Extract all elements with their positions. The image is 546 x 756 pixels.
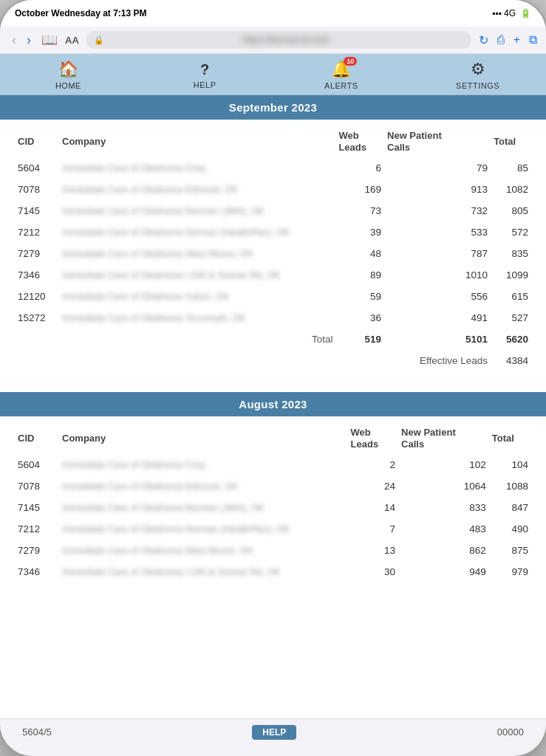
tabs-button[interactable]: ⧉ xyxy=(529,33,537,47)
table-row: 7212 Immediate Care of Oklahoma Norman (… xyxy=(15,221,531,243)
aug-col-header-cid: CID xyxy=(15,421,59,454)
bottom-bar: 5604/5 HELP 00000 xyxy=(0,718,546,745)
web-leads-cell: 169 xyxy=(335,179,384,200)
nav-alerts[interactable]: 🔔 10 ALERTS xyxy=(312,60,371,90)
total-row: Total 519 5101 5620 xyxy=(15,329,531,350)
new-patient-cell: 79 xyxy=(384,157,491,179)
table-row: 7212 Immediate Care of Oklahoma Norman (… xyxy=(15,518,531,540)
help-button[interactable]: HELP xyxy=(252,725,296,740)
text-size-label[interactable]: AA xyxy=(65,35,79,46)
nav-home[interactable]: 🏠 HOME xyxy=(38,60,98,90)
eff-empty2 xyxy=(59,350,335,371)
eff-value: 4384 xyxy=(491,350,531,371)
new-patient-cell: 787 xyxy=(384,243,491,264)
new-patient-cell: 483 xyxy=(398,518,489,540)
url-bar[interactable]: 🔒 https://blurred-url.com xyxy=(86,31,471,49)
web-leads-cell: 24 xyxy=(348,475,398,497)
new-patient-cell: 533 xyxy=(384,221,491,243)
company-cell: Immediate Care of Oklahoma Norman (JMH),… xyxy=(59,497,348,518)
back-button[interactable]: ‹ xyxy=(9,32,19,48)
total-np: 5101 xyxy=(384,329,491,350)
web-leads-cell: 73 xyxy=(335,200,384,221)
forward-button[interactable]: › xyxy=(24,32,34,48)
browser-actions: ↻ ⎙ + ⧉ xyxy=(479,33,537,47)
total-cell: 875 xyxy=(489,540,531,561)
company-cell: Immediate Care of Oklahoma Corp. xyxy=(59,157,335,179)
bottom-right-text: 00000 xyxy=(497,726,524,738)
eff-empty3 xyxy=(335,350,384,371)
aug-col-header-total: Total xyxy=(489,421,531,454)
cid-cell: 7279 xyxy=(15,243,59,264)
aug-col-header-company: Company xyxy=(59,421,348,454)
company-cell: Immediate Care of Oklahoma Yukon, OK xyxy=(59,286,335,307)
web-leads-cell: 48 xyxy=(335,243,384,264)
total-cell: 572 xyxy=(491,221,531,243)
table-row: 5604 Immediate Care of Oklahoma Corp. 2 … xyxy=(15,454,531,475)
company-cell: Immediate Care of Oklahoma West Moore, O… xyxy=(59,540,348,561)
col-header-company: Company xyxy=(59,124,335,157)
total-cell: 615 xyxy=(491,286,531,307)
lock-icon: 🔒 xyxy=(94,35,104,45)
web-leads-cell: 39 xyxy=(335,221,384,243)
section-title-sept: September 2023 xyxy=(0,95,546,120)
url-text: https://blurred-url.com xyxy=(109,35,464,45)
section-title-aug: August 2023 xyxy=(0,392,546,416)
sept-table: CID Company Web Leads New Patient Calls … xyxy=(15,124,531,371)
sept-table-container: CID Company Web Leads New Patient Calls … xyxy=(0,120,546,379)
alerts-count-badge: 10 xyxy=(344,57,357,66)
main-content: September 2023 CID Company Web Leads New… xyxy=(0,95,546,718)
company-cell: Immediate Care of Oklahoma Norman (Healt… xyxy=(59,518,348,540)
device: October Wednesday at 7:13 PM ▪▪▪ 4G 🔋 ‹ … xyxy=(0,0,546,756)
cid-cell: 12120 xyxy=(15,286,59,307)
web-leads-cell: 36 xyxy=(335,307,384,329)
new-patient-cell: 1010 xyxy=(384,264,491,286)
browser-nav: ‹ › xyxy=(9,32,34,48)
col-header-new-patient: New Patient Calls xyxy=(384,124,491,157)
table-row: 7279 Immediate Care of Oklahoma West Moo… xyxy=(15,540,531,561)
aug-col-header-web-leads: Web Leads xyxy=(348,421,398,454)
cid-cell: 7346 xyxy=(15,264,59,286)
reload-button[interactable]: ↻ xyxy=(479,33,488,47)
nav-help[interactable]: ? HELP xyxy=(175,61,234,89)
effective-leads-row: Effective Leads 4384 xyxy=(15,350,531,371)
total-cell: 847 xyxy=(489,497,531,518)
web-leads-cell: 89 xyxy=(335,264,384,286)
add-tab-button[interactable]: + xyxy=(513,33,520,47)
bottom-left-text: 5604/5 xyxy=(22,726,52,738)
total-cell: 104 xyxy=(489,454,531,475)
alerts-badge-wrap: 🔔 10 xyxy=(331,60,351,79)
table-row: 15272 Immediate Care of Oklahoma Tecumse… xyxy=(15,307,531,329)
company-cell: Immediate Care of Oklahoma Tecumseh, OK xyxy=(59,307,335,329)
aug-header-row: CID Company Web Leads New Patient Calls … xyxy=(15,421,531,454)
status-right: ▪▪▪ 4G 🔋 xyxy=(492,8,531,18)
cid-cell: 7212 xyxy=(15,221,59,243)
table-row: 7145 Immediate Care of Oklahoma Norman (… xyxy=(15,200,531,221)
bookmarks-icon[interactable]: 📖 xyxy=(41,32,58,48)
table-row: 7279 Immediate Care of Oklahoma West Moo… xyxy=(15,243,531,264)
table-row: 7346 Immediate Care of Oklahoma I-240 & … xyxy=(15,264,531,286)
share-button[interactable]: ⎙ xyxy=(497,33,505,47)
help-label: HELP xyxy=(194,80,216,89)
status-bar: October Wednesday at 7:13 PM ▪▪▪ 4G 🔋 xyxy=(0,0,546,27)
aug-table: CID Company Web Leads New Patient Calls … xyxy=(15,421,531,583)
web-leads-cell: 59 xyxy=(335,286,384,307)
signal-icon: ▪▪▪ 4G xyxy=(492,8,516,18)
eff-empty1 xyxy=(15,350,59,371)
company-cell: Immediate Care of Oklahoma Norman (JMH),… xyxy=(59,200,335,221)
section-gap-1 xyxy=(0,379,546,392)
company-cell: Immediate Care of Oklahoma I-240 & Soone… xyxy=(59,264,335,286)
browser-bar: ‹ › 📖 AA 🔒 https://blurred-url.com ↻ ⎙ +… xyxy=(0,27,546,54)
company-cell: Immediate Care of Oklahoma I-240 & Soone… xyxy=(59,561,348,583)
cid-cell: 7078 xyxy=(15,179,59,200)
nav-settings[interactable]: ⚙ SETTINGS xyxy=(448,60,508,90)
table-row: 12120 Immediate Care of Oklahoma Yukon, … xyxy=(15,286,531,307)
cid-cell: 5604 xyxy=(15,454,59,475)
battery-icon: 🔋 xyxy=(520,8,531,18)
home-label: HOME xyxy=(55,81,81,90)
settings-label: SETTINGS xyxy=(456,81,499,90)
table-row: 7145 Immediate Care of Oklahoma Norman (… xyxy=(15,497,531,518)
new-patient-cell: 949 xyxy=(398,561,489,583)
total-cell: 835 xyxy=(491,243,531,264)
total-cell: 85 xyxy=(491,157,531,179)
total-cell: 490 xyxy=(489,518,531,540)
